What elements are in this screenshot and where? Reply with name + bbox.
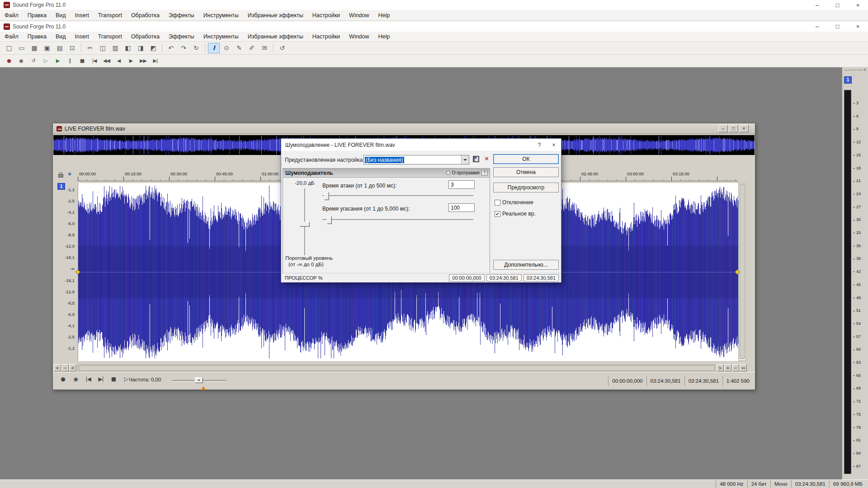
menu-item[interactable]: Инструменты <box>199 12 243 19</box>
scroll-button[interactable]: + <box>54 364 61 371</box>
threshold-slider-thumb[interactable] <box>300 222 310 227</box>
more-button[interactable]: Дополнительно... <box>493 260 559 270</box>
close-icon[interactable]: × <box>547 139 561 151</box>
attack-input[interactable] <box>448 180 475 189</box>
save-preset-button[interactable] <box>473 156 479 164</box>
ok-button[interactable]: ОК <box>493 154 559 164</box>
about-icon[interactable] <box>446 171 450 175</box>
realtime-checkbox[interactable]: ✔ <box>495 211 500 217</box>
undo-icon[interactable]: ↶ <box>165 43 177 53</box>
attack-slider-thumb[interactable] <box>324 192 329 200</box>
menu-item[interactable]: Help <box>374 33 395 40</box>
new-file-icon[interactable]: □ <box>3 43 15 53</box>
menu-item[interactable]: Избранные эффекты <box>243 33 308 40</box>
stop-icon[interactable]: ■ <box>109 376 118 382</box>
go-to-end-icon[interactable]: ▶| <box>96 376 105 382</box>
section-help-icon[interactable]: ? <box>481 170 487 176</box>
rate-marker-icon[interactable] <box>201 384 206 390</box>
release-input[interactable] <box>448 203 475 212</box>
menu-item[interactable]: Insert <box>71 33 94 40</box>
rewind-icon[interactable]: ◀◀ <box>101 56 112 66</box>
event-tool-icon[interactable]: ✐ <box>246 43 258 53</box>
menu-item[interactable]: Эффекты <box>164 12 199 19</box>
menu-item[interactable]: Избранные эффекты <box>243 12 308 19</box>
doc-titlebar[interactable]: LIVE FOREVER film.wav – □ × <box>53 123 755 134</box>
copy-icon[interactable]: ◫ <box>97 43 108 53</box>
rate-slider-thumb[interactable]: ◂▸ <box>195 377 203 383</box>
minimize-icon[interactable]: – <box>807 21 827 32</box>
menu-item[interactable]: Правка <box>23 12 51 19</box>
attack-slider-track[interactable] <box>322 195 473 197</box>
horizontal-scrollbar[interactable] <box>78 364 716 372</box>
menu-item[interactable]: Инструменты <box>199 33 243 40</box>
horizontal-scrollbar-thumb[interactable] <box>79 365 715 371</box>
menu-item[interactable]: Вид <box>51 12 71 19</box>
stop-icon[interactable]: ■ <box>76 56 88 66</box>
mix-icon[interactable]: ◨ <box>135 43 146 53</box>
save-icon[interactable]: ▦ <box>28 43 40 53</box>
cancel-button[interactable]: Отмена <box>493 167 559 177</box>
arm-record-icon[interactable]: ◉ <box>15 56 27 66</box>
scroll-button[interactable]: < <box>69 364 76 371</box>
menu-item[interactable]: Вид <box>51 33 71 40</box>
scroll-button[interactable]: > <box>717 364 724 371</box>
menu-item[interactable]: Файл <box>0 12 23 19</box>
menu-item[interactable]: Transport <box>94 12 127 19</box>
edit-tool-corner-icon[interactable]: + <box>68 170 71 178</box>
menu-item[interactable]: Обработка <box>127 12 164 19</box>
release-slider-thumb[interactable] <box>327 216 332 224</box>
bypass-checkbox-row[interactable]: Отключение <box>495 199 533 206</box>
about-label[interactable]: О программе <box>452 170 480 175</box>
scroll-button[interactable]: − <box>732 364 739 371</box>
go-to-end-icon[interactable]: ▶| <box>150 56 161 66</box>
print-icon[interactable]: ▤ <box>54 43 66 53</box>
pause-icon[interactable]: ∥ <box>64 56 75 66</box>
arm-record-icon[interactable]: ◉ <box>71 376 80 382</box>
go-to-start-icon[interactable]: |◀ <box>89 56 100 66</box>
forward-icon[interactable]: ▶ <box>125 56 137 66</box>
scroll-button[interactable]: − <box>61 364 69 371</box>
refresh-icon[interactable]: ↺ <box>276 43 288 53</box>
vertical-scrollbar-thumb[interactable] <box>740 184 745 359</box>
bypass-checkbox[interactable] <box>495 200 500 206</box>
preview-button[interactable]: Предпросмотр <box>493 183 559 192</box>
redo-icon[interactable]: ↷ <box>178 43 189 53</box>
menu-item[interactable]: Window <box>344 33 373 40</box>
record-icon[interactable]: ● <box>58 376 67 382</box>
close-icon[interactable]: × <box>848 21 868 32</box>
dialog-help-icon[interactable]: ? <box>532 139 547 151</box>
menu-item[interactable]: Transport <box>94 33 127 40</box>
menu-item[interactable]: Insert <box>71 12 94 19</box>
pencil-tool-icon[interactable]: ✎ <box>233 43 245 53</box>
repeat-icon[interactable]: ↻ <box>190 43 202 53</box>
envelope-tool-icon[interactable]: ✉ <box>259 43 270 53</box>
maximize-icon[interactable]: □ <box>827 0 848 10</box>
chevron-down-icon[interactable] <box>461 155 469 164</box>
scroll-button[interactable]: ↔ <box>740 364 747 371</box>
release-slider-track[interactable] <box>322 219 473 221</box>
scroll-button[interactable]: + <box>724 364 731 371</box>
trim-icon[interactable]: ◧ <box>122 43 134 53</box>
menu-item[interactable]: Файл <box>0 33 23 40</box>
play-icon[interactable]: ▶ <box>52 56 63 66</box>
edit-tool-icon[interactable]: I <box>208 43 220 53</box>
maximize-icon[interactable]: □ <box>729 125 738 132</box>
maximize-icon[interactable]: □ <box>827 21 848 32</box>
close-icon[interactable]: × <box>739 125 749 132</box>
properties-icon[interactable]: ⊡ <box>66 43 78 53</box>
dialog-titlebar[interactable]: Шумоподавление - LIVE FOREVER film.wav ?… <box>281 139 561 151</box>
meter-close-icon[interactable]: × <box>863 67 866 72</box>
minimize-icon[interactable]: – <box>807 0 827 10</box>
menu-item[interactable]: Эффекты <box>164 33 199 40</box>
menu-item[interactable]: Window <box>344 12 373 19</box>
fast-forward-icon[interactable]: ▶▶ <box>137 56 149 66</box>
cut-icon[interactable]: ✂ <box>84 43 96 53</box>
magnify-tool-icon[interactable]: ⊙ <box>221 43 232 53</box>
menu-item[interactable]: Help <box>374 12 395 19</box>
menu-item[interactable]: Правка <box>23 33 51 40</box>
record-icon[interactable]: ● <box>3 56 14 66</box>
menu-item[interactable]: Настройки <box>308 12 344 19</box>
preset-combobox[interactable]: (Без названия) <box>363 155 469 164</box>
lock-icon[interactable] <box>58 174 63 178</box>
paste-special-icon[interactable]: ◩ <box>147 43 159 53</box>
